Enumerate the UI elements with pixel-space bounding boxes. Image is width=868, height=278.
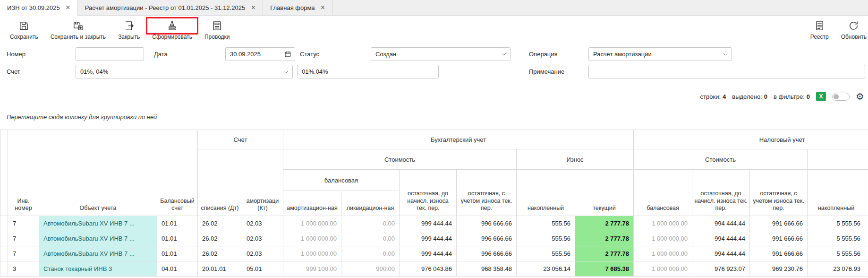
cell-writeoff-account[interactable]: 26.02 (198, 231, 242, 246)
col-group-account[interactable]: Счет (198, 130, 283, 149)
toggle-switch[interactable] (832, 93, 850, 101)
cell-tax-accumulated[interactable]: 5 555.56 (808, 246, 865, 261)
cell-tax-current-stub[interactable] (865, 261, 868, 277)
col-header-accumulated[interactable]: накопленный (517, 170, 575, 216)
cell-residual-before[interactable]: 976 043.86 (400, 261, 457, 277)
col-group-wear[interactable]: Износ (517, 149, 634, 170)
account-mask-input[interactable] (298, 68, 438, 75)
refresh-button[interactable]: Обновить (835, 17, 868, 40)
cell-residual-before[interactable]: 999 444.44 (400, 246, 457, 261)
tab-main-form[interactable]: Главная форма ✕ (263, 0, 332, 15)
cell-residual-before[interactable]: 999 444.44 (400, 231, 457, 246)
close-icon[interactable]: ✕ (66, 4, 70, 11)
cell-object[interactable]: АвтомобильSubaru XV ИНВ 7 ... (39, 246, 157, 261)
cell-balance-account[interactable]: 01.01 (157, 231, 198, 246)
cell-residual-with[interactable]: 996 666.66 (457, 231, 517, 246)
col-subgroup-balance[interactable]: балансовая (283, 170, 400, 191)
cell-current[interactable]: 2 777.78 (575, 246, 634, 261)
cell-inv-number[interactable]: 7 (8, 216, 39, 231)
cell-object[interactable]: АвтомобильSubaru XV ИНВ 7 ... (39, 216, 157, 231)
cell-tax-residual-with[interactable]: 969 230.76 (750, 261, 808, 277)
postings-button[interactable]: Проводки (198, 17, 236, 40)
cell-amort-cost[interactable]: 999 100.00 (283, 261, 341, 277)
calendar-icon[interactable] (284, 51, 291, 58)
col-header-inv-number[interactable]: Инв. номер (8, 130, 39, 216)
cell-accumulated[interactable]: 555.56 (517, 246, 575, 261)
cell-amort-cost[interactable]: 1 000 000.00 (283, 246, 341, 261)
tab-amortization-registry[interactable]: Расчет амортизации - Реестр от 01.01.202… (78, 0, 263, 15)
cell-balance-account[interactable]: 04.01 (157, 261, 198, 277)
cell-current[interactable]: 7 685.38 (575, 261, 634, 277)
note-input[interactable] (589, 68, 865, 75)
cell-tax-residual-before[interactable]: 994 444.44 (692, 246, 750, 261)
cell-current[interactable]: 2 777.78 (575, 231, 634, 246)
status-select[interactable]: Создан (371, 47, 511, 61)
cell-tax-residual-before[interactable]: 976 923.07 (692, 261, 750, 277)
date-input[interactable] (226, 51, 284, 58)
cell-tax-balance[interactable]: 1 000 000.00 (634, 216, 692, 231)
cell-liquidation-cost[interactable]: 0.00 (341, 216, 400, 231)
account-mask-field[interactable] (297, 65, 439, 78)
cell-object[interactable]: АвтомобильSubaru XV ИНВ 7 ... (39, 231, 157, 246)
cell-tax-residual-before[interactable]: 994 444.44 (692, 231, 750, 246)
cell-residual-with[interactable]: 996 666.66 (457, 216, 517, 231)
cell-amort-account[interactable]: 05.01 (242, 261, 283, 277)
row-gutter[interactable] (0, 216, 8, 231)
col-header-tax-residual-before[interactable]: остаточная, до начисл. износа тек. пер. (692, 170, 750, 216)
generate-button[interactable]: Сформировать (146, 17, 198, 40)
gear-icon[interactable]: ⚙ (856, 92, 864, 101)
col-header-object[interactable]: Объект учета (39, 130, 157, 216)
col-header-liquidation-cost[interactable]: ликвидацион-ная (341, 191, 400, 216)
cell-writeoff-account[interactable]: 20.01.01 (198, 261, 242, 277)
number-input[interactable] (76, 51, 144, 58)
cell-tax-residual-with[interactable]: 991 666.66 (750, 216, 808, 231)
cell-accumulated[interactable]: 555.56 (517, 231, 575, 246)
col-header-current[interactable]: текущий (575, 170, 634, 216)
close-icon[interactable]: ✕ (321, 4, 325, 11)
cell-tax-accumulated[interactable]: 5 555.56 (808, 216, 865, 231)
cell-tax-residual-before[interactable]: 994 444.44 (692, 216, 750, 231)
cell-inv-number[interactable]: 3 (8, 261, 39, 277)
col-header-tax-current-stub[interactable] (865, 170, 868, 216)
col-group-tax[interactable]: Налоговый учет (634, 130, 868, 149)
cell-residual-with[interactable]: 968 358.48 (457, 261, 517, 277)
cell-amort-account[interactable]: 02.03 (242, 246, 283, 261)
col-header-tax-accumulated[interactable]: накопленный (808, 170, 865, 216)
col-header-amort-cost[interactable]: амортизацион-ная (283, 191, 341, 216)
col-header-tax-residual-with[interactable]: остаточная, с учетом износа тек. пер. (750, 170, 808, 216)
cell-liquidation-cost[interactable]: 0.00 (341, 246, 400, 261)
col-group-accounting[interactable]: Бухгалтерский учет (283, 130, 634, 149)
cell-object[interactable]: Станок токарный ИНВ 3 (39, 261, 157, 277)
table-row[interactable]: 7АвтомобильSubaru XV ИНВ 7 ...01.0126.02… (0, 231, 868, 246)
date-field[interactable] (225, 47, 295, 61)
registry-button[interactable]: Реестр (804, 17, 835, 40)
col-header-residual-with[interactable]: остаточная, с учетом износа тек. пер. (457, 170, 517, 216)
cell-tax-accumulated[interactable]: 23 076.93 (808, 261, 865, 277)
cell-residual-before[interactable]: 999 444.44 (400, 216, 457, 231)
cell-tax-balance[interactable]: 1 000 000.00 (634, 261, 692, 277)
tab-izn[interactable]: ИЗН от 30.09.2025 ✕ (0, 0, 78, 15)
col-group-tax-cost[interactable]: Стоимость (634, 149, 808, 170)
cell-accumulated[interactable]: 23 056.14 (517, 261, 575, 277)
col-gutter[interactable] (0, 130, 8, 216)
col-header-tax-balance[interactable]: балансовая (634, 170, 692, 216)
save-and-close-button[interactable]: Сохранить и закрыть (44, 17, 112, 40)
row-gutter[interactable] (0, 231, 8, 246)
cell-residual-with[interactable]: 996 666.66 (457, 246, 517, 261)
close-icon[interactable]: ✕ (251, 4, 255, 11)
chevron-down-icon[interactable] (283, 69, 289, 75)
cell-balance-account[interactable]: 01.01 (157, 216, 198, 231)
cell-amort-cost[interactable]: 1 000 000.00 (283, 216, 341, 231)
cell-inv-number[interactable]: 7 (8, 231, 39, 246)
cell-liquidation-cost[interactable]: 900.00 (341, 261, 400, 277)
note-field[interactable] (588, 65, 865, 78)
col-header-residual-before[interactable]: остаточная, до начисл. износа тек. пер. (400, 170, 457, 216)
cell-tax-current-stub[interactable] (865, 216, 868, 231)
col-group-tax-wear[interactable] (808, 149, 868, 170)
row-gutter[interactable] (0, 261, 8, 277)
cell-amort-cost[interactable]: 1 000 000.00 (283, 231, 341, 246)
number-field[interactable] (76, 47, 144, 61)
cell-liquidation-cost[interactable]: 0.00 (341, 231, 400, 246)
chevron-down-icon[interactable] (501, 52, 507, 57)
cell-tax-residual-with[interactable]: 991 666.66 (750, 246, 808, 261)
